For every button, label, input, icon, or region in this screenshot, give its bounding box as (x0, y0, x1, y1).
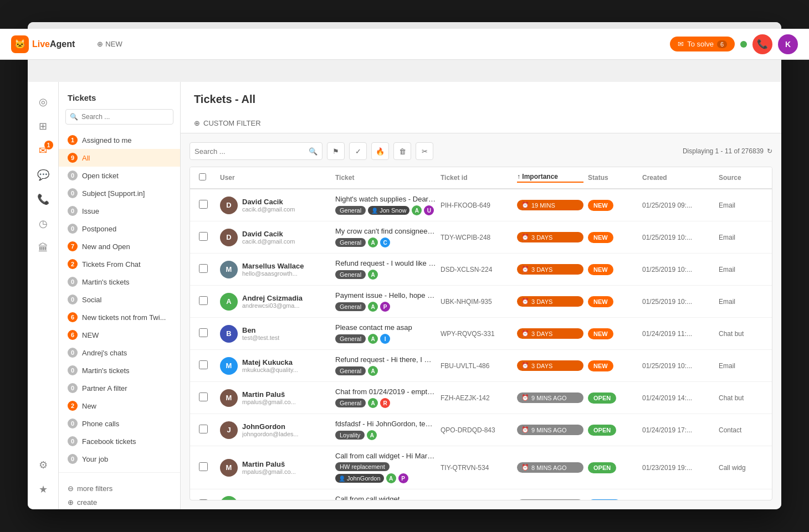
tickets-search: 🔍 (190, 142, 322, 160)
row-checkbox[interactable] (199, 462, 208, 471)
sidebar-item-17[interactable]: 0 Facebook tickets (59, 432, 180, 450)
table-row[interactable]: B Ben test@test.test Please contact me a… (190, 318, 772, 350)
user-info: David Cacik cacik.d@gmail.com (242, 230, 295, 245)
reports-icon: ◷ (39, 218, 48, 230)
nav-item-grid[interactable]: ⊞ (32, 115, 54, 137)
refresh-icon[interactable]: ↻ (767, 147, 772, 155)
user-avatar: B (220, 325, 238, 343)
settings-icon: ⊕ (194, 119, 200, 127)
user-avatar[interactable]: K (778, 34, 781, 54)
status-badge: OPEN (588, 392, 616, 404)
ticket-tags: General AR (335, 398, 436, 408)
table-row[interactable]: V Visitor548655 Call from call widget Cu… (190, 489, 772, 500)
row-checkbox[interactable] (199, 360, 208, 369)
importance-cell: ⏰ 8 MINS AGO (517, 462, 583, 473)
sidebar-badge: 0 (68, 348, 78, 358)
sidebar-item-6[interactable]: 7 New and Open (59, 237, 180, 255)
fire-button[interactable]: 🔥 (371, 142, 389, 160)
header-actions: ✉ To solve 6 📞 K (670, 34, 781, 54)
sidebar-item-4[interactable]: 0 Issue (59, 202, 180, 220)
sidebar-item-11[interactable]: 6 NEW (59, 326, 180, 344)
assignee-badge: A (368, 398, 378, 408)
sidebar-item-2[interactable]: 0 Open ticket (59, 167, 180, 184)
app-header: 🐱 LiveAgent ⊕ NEW ✉ To solve 6 📞 K (28, 29, 781, 60)
col-importance[interactable]: ↑ Importance (517, 173, 583, 183)
tickets-search-input[interactable] (194, 147, 305, 156)
row-checkbox[interactable] (199, 425, 208, 433)
select-all-checkbox[interactable] (199, 173, 206, 180)
nav-item-settings[interactable]: ⚙ (32, 454, 54, 476)
table-row[interactable]: D David Cacik cacik.d@gmail.com My crow … (190, 221, 772, 254)
sidebar-item-13[interactable]: 0 Martin's tickets (59, 361, 180, 379)
ticket-cell: Night's watch supplies - Dear Night's wa… (335, 195, 436, 215)
to-solve-button[interactable]: ✉ To solve 6 (670, 37, 735, 51)
assignee-badge: I (380, 334, 390, 344)
more-filters-link[interactable]: ⊖ more filters (68, 482, 171, 495)
importance-badge: ⏰ 3 DAYS (517, 296, 583, 307)
settings-icon: ⚙ (39, 459, 48, 471)
sidebar-item-12[interactable]: 0 Andrej's chats (59, 344, 180, 361)
call-button[interactable]: 📞 (752, 34, 772, 54)
status-dot[interactable] (740, 41, 747, 48)
sidebar-item-9[interactable]: 0 Social (59, 291, 180, 308)
table-row[interactable]: M Martin Paluš mpalus@gmail.co... Chat f… (190, 382, 772, 414)
nav-item-reports[interactable]: ◷ (32, 213, 54, 235)
row-checkbox[interactable] (199, 328, 208, 337)
row-checkbox[interactable] (199, 499, 208, 500)
created-cell: 01/25/2019 10:... (642, 266, 714, 273)
tag: General (335, 302, 366, 311)
table-row[interactable]: J JohnGordon johngordon@lades... fdsfads… (190, 414, 772, 446)
sidebar-item-16[interactable]: 0 Phone calls (59, 415, 180, 432)
sidebar-item-3[interactable]: 0 Subject [Support.in] (59, 184, 180, 202)
importance-cell: ⏰ 3 DAYS (517, 328, 583, 339)
bookmark-button[interactable]: ⚑ (327, 142, 345, 160)
check-button[interactable]: ✓ (349, 142, 367, 160)
nav-item-chat[interactable]: 💬 (32, 164, 54, 186)
more-button[interactable]: ✂ (416, 142, 433, 160)
sidebar-search-input[interactable] (65, 109, 173, 125)
created-cell: 01/25/2019 10:... (642, 298, 714, 306)
sidebar-item-18[interactable]: 0 Your job (59, 450, 180, 468)
row-checkbox[interactable] (199, 232, 208, 241)
nav-item-phone[interactable]: 📞 (32, 188, 54, 210)
row-checkbox[interactable] (199, 264, 208, 273)
sidebar-item-label: Social (82, 296, 171, 304)
row-checkbox[interactable] (199, 392, 208, 401)
sidebar-item-7[interactable]: 2 Tickets From Chat (59, 255, 180, 273)
create-link[interactable]: ⊕ create (68, 495, 171, 509)
col-user: User (220, 174, 331, 182)
user-avatar: M (220, 459, 238, 477)
table-row[interactable]: M Matej Kukucka mkukucka@quality... Refu… (190, 350, 772, 382)
table-row[interactable]: A Andrej Csizmadia andrewcsi03@gma... Pa… (190, 286, 772, 318)
table-row[interactable]: M Martin Paluš mpalus@gmail.co... Call f… (190, 446, 772, 489)
nav-item-dashboard[interactable]: ◎ (32, 91, 54, 113)
custom-filter-button[interactable]: ⊕ CUSTOM FILTER (194, 115, 261, 133)
user-info: Andrej Csizmadia andrewcsi03@gma... (242, 294, 303, 309)
user-email: cacik.d@gmail.com (242, 206, 295, 213)
nav-item-email[interactable]: ✉ 1 (32, 140, 54, 162)
source-cell: Email (719, 202, 763, 209)
sidebar-item-14[interactable]: 0 Partner A filter (59, 379, 180, 397)
table-row[interactable]: M Marsellus Wallace hello@saasgrowth... … (190, 254, 772, 286)
sidebar-badge: 0 (68, 277, 78, 287)
nav-item-star[interactable]: ★ (32, 478, 54, 500)
sidebar-item-8[interactable]: 0 Martin's tickets (59, 273, 180, 291)
sidebar-item-0[interactable]: 1 Assigned to me (59, 131, 180, 149)
delete-button[interactable]: 🗑 (393, 142, 411, 160)
tag: General (335, 366, 366, 375)
ticket-tags: General AP (335, 302, 436, 312)
row-checkbox[interactable] (199, 200, 208, 209)
user-cell: B Ben test@test.test (220, 325, 331, 343)
sidebar-item-1[interactable]: 9 All (59, 149, 180, 167)
sidebar-item-10[interactable]: 6 New tickets not from Twi... (59, 308, 180, 326)
user-avatar: J (220, 421, 238, 439)
nav-item-bank[interactable]: 🏛 (32, 237, 54, 259)
row-checkbox[interactable] (199, 296, 208, 305)
sidebar-badge: 2 (68, 401, 78, 411)
user-cell: M Martin Paluš mpalus@gmail.co... (220, 459, 331, 477)
table-row[interactable]: D David Cacik cacik.d@gmail.com Night's … (190, 189, 772, 221)
sidebar-item-5[interactable]: 0 Postponed (59, 220, 180, 237)
ticket-subject: Refund request - Hi there, I would love … (335, 355, 436, 364)
sidebar-item-15[interactable]: 2 New (59, 397, 180, 415)
content-area: Tickets - All ⊕ CUSTOM FILTER 🔍 ⚑ ✓ (181, 82, 781, 509)
